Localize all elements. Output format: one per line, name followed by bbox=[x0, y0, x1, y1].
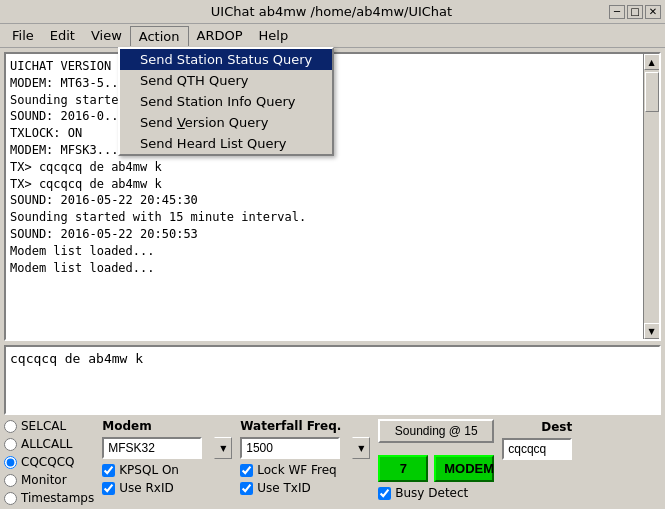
use-rxid-checkbox[interactable] bbox=[102, 482, 115, 495]
radio-monitor[interactable]: Monitor bbox=[4, 473, 94, 487]
close-button[interactable]: ✕ bbox=[645, 5, 661, 19]
window-controls: ─ □ ✕ bbox=[609, 5, 661, 19]
bottom-controls: SELCAL ALLCALL CQCQCQ Monitor Timestamps… bbox=[4, 419, 661, 505]
modem-select-arrow-icon: ▼ bbox=[214, 437, 232, 459]
log-line: Modem list loaded... bbox=[10, 243, 639, 260]
use-txid-label: Use TxID bbox=[257, 481, 310, 495]
dest-input[interactable] bbox=[502, 438, 572, 460]
window-title: UIChat ab4mw /home/ab4mw/UIChat bbox=[54, 4, 609, 19]
action-dropdown-menu: Send Station Status Query Send QTH Query… bbox=[118, 47, 334, 156]
radio-group: SELCAL ALLCALL CQCQCQ Monitor Timestamps bbox=[4, 419, 94, 505]
message-input-text: cqcqcq de ab4mw k bbox=[10, 351, 143, 366]
kpsql-row: KPSQL On bbox=[102, 463, 232, 477]
modem-button[interactable]: MODEM bbox=[434, 455, 494, 482]
log-line: SOUND: 2016-05-22 20:50:53 bbox=[10, 226, 639, 243]
menu-help[interactable]: Help bbox=[251, 26, 297, 45]
kpsql-checkbox[interactable] bbox=[102, 464, 115, 477]
scroll-down-button[interactable]: ▼ bbox=[644, 323, 660, 339]
radio-timestamps[interactable]: Timestamps bbox=[4, 491, 94, 505]
scroll-up-button[interactable]: ▲ bbox=[644, 54, 660, 70]
waterfall-section: Waterfall Freq. 1500 1000 2000 ▼ Lock WF… bbox=[240, 419, 370, 495]
menu-file[interactable]: File bbox=[4, 26, 42, 45]
action-send-qth[interactable]: Send QTH Query bbox=[120, 70, 332, 91]
dest-label: Dest bbox=[541, 420, 572, 434]
waterfall-select[interactable]: 1500 1000 2000 bbox=[240, 437, 340, 459]
busy-detect-row: Busy Detect bbox=[378, 486, 494, 500]
waterfall-select-arrow-icon: ▼ bbox=[352, 437, 370, 459]
waterfall-label: Waterfall Freq. bbox=[240, 419, 370, 433]
waterfall-select-wrapper: 1500 1000 2000 ▼ bbox=[240, 437, 370, 459]
log-line: Modem list loaded... bbox=[10, 260, 639, 277]
menu-bar: File Edit View Action ARDOP Help Send St… bbox=[0, 24, 665, 48]
use-txid-row: Use TxID bbox=[240, 481, 370, 495]
scrollbar[interactable]: ▲ ▼ bbox=[643, 54, 659, 339]
action-send-version[interactable]: Send Version Query bbox=[120, 112, 332, 133]
log-line: SOUND: 2016-05-22 20:45:30 bbox=[10, 192, 639, 209]
sounding-button[interactable]: Sounding @ 15 bbox=[378, 419, 494, 443]
message-input[interactable]: cqcqcq de ab4mw k bbox=[4, 345, 661, 415]
radio-selcal[interactable]: SELCAL bbox=[4, 419, 94, 433]
log-line: TX> cqcqcq de ab4mw k bbox=[10, 176, 639, 193]
radio-cqcqcq[interactable]: CQCQCQ bbox=[4, 455, 94, 469]
busy-detect-label: Busy Detect bbox=[395, 486, 468, 500]
use-txid-checkbox[interactable] bbox=[240, 482, 253, 495]
action-send-station-status[interactable]: Send Station Status Query bbox=[120, 49, 332, 70]
scroll-thumb[interactable] bbox=[645, 72, 659, 112]
busy-detect-checkbox[interactable] bbox=[378, 487, 391, 500]
use-rxid-label: Use RxID bbox=[119, 481, 173, 495]
modem-section: Modem MFSK32 MT63-500 MT63-1000 ▼ KPSQL … bbox=[102, 419, 232, 495]
radio-allcall[interactable]: ALLCALL bbox=[4, 437, 94, 451]
action-send-station-info[interactable]: Send Station Info Query bbox=[120, 91, 332, 112]
menu-action[interactable]: Action bbox=[130, 26, 189, 46]
maximize-button[interactable]: □ bbox=[627, 5, 643, 19]
modem-select-wrapper: MFSK32 MT63-500 MT63-1000 ▼ bbox=[102, 437, 232, 459]
minimize-button[interactable]: ─ bbox=[609, 5, 625, 19]
title-bar: UIChat ab4mw /home/ab4mw/UIChat ─ □ ✕ bbox=[0, 0, 665, 24]
use-rxid-row: Use RxID bbox=[102, 481, 232, 495]
lock-wf-checkbox[interactable] bbox=[240, 464, 253, 477]
menu-ardop[interactable]: ARDOP bbox=[189, 26, 251, 45]
modem-select[interactable]: MFSK32 MT63-500 MT63-1000 bbox=[102, 437, 202, 459]
lock-wf-row: Lock WF Freq bbox=[240, 463, 370, 477]
lock-wf-label: Lock WF Freq bbox=[257, 463, 336, 477]
action-send-heard-list[interactable]: Send Heard List Query bbox=[120, 133, 332, 154]
menu-view[interactable]: View bbox=[83, 26, 130, 45]
right-panel: Sounding @ 15 7 MODEM Busy Detect bbox=[378, 419, 572, 500]
modem-label: Modem bbox=[102, 419, 232, 433]
number-button[interactable]: 7 bbox=[378, 455, 428, 482]
kpsql-label: KPSQL On bbox=[119, 463, 179, 477]
log-line: TX> cqcqcq de ab4mw k bbox=[10, 159, 639, 176]
log-line: Sounding started with 15 minute interval… bbox=[10, 209, 639, 226]
menu-edit[interactable]: Edit bbox=[42, 26, 83, 45]
